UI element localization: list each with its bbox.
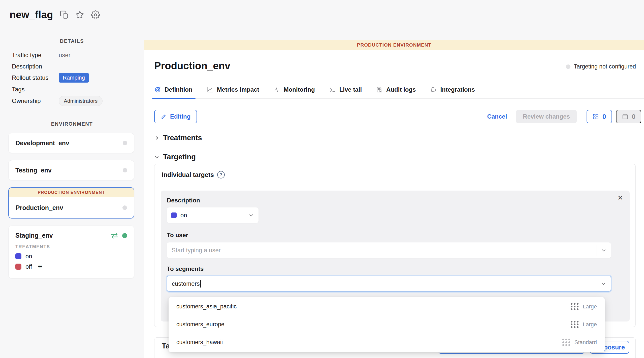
segment-size: Large [583,321,597,328]
review-changes-button[interactable]: Review changes [516,110,577,123]
chevron-down-icon [601,248,606,253]
tab-monitoring[interactable]: Monitoring [273,86,315,98]
detail-row-ownership: Ownership Administrators [12,96,135,106]
to-user-placeholder: Start typing a user [172,247,596,254]
env-name: Staging_env [15,232,53,239]
chevron-down-icon [249,213,254,218]
segment-size-grid-icon [571,303,578,310]
tab-metrics-impact[interactable]: Metrics impact [207,86,259,98]
env-card-testing[interactable]: Testing_env [8,160,134,180]
segment-option-hawaii[interactable]: customers_hawaii Standard [169,333,605,351]
tab-live-tail[interactable]: Live tail [329,86,362,98]
env-card-production[interactable]: PRODUCTION ENVIRONMENT Production_env [8,187,134,219]
metrics-chart-icon [207,86,213,93]
segment-name: customers_europe [176,321,224,328]
select-chevron-zone[interactable] [244,213,259,218]
segment-option-europe[interactable]: customers_europe Large [169,315,605,333]
tab-integrations[interactable]: Integrations [430,86,475,98]
description-label: Description [167,197,200,204]
environment-title: ENVIRONMENT [51,121,93,127]
treatment-row-on: on [15,253,127,260]
to-segments-label: To segments [167,265,204,272]
detail-value: - [59,86,61,93]
grid-icon [592,113,599,120]
targeting-section-toggle[interactable]: Targeting [154,153,196,161]
segment-option-asia-pacific[interactable]: customers_asia_pacific Large [169,298,605,315]
rollout-status-badge: Ramping [59,73,89,83]
details-rows: Traffic type user Description - Rollout … [12,50,135,108]
flag-name: new_flag [10,9,53,20]
calendar-counter-button[interactable]: 0 [616,110,641,123]
text-caret [200,280,201,288]
ownership-chip: Administrators [59,96,103,106]
grid-count: 0 [602,113,606,121]
detail-label: Ownership [12,97,59,104]
detail-label: Description [12,63,59,70]
treatment-row-off: off ✳ [15,263,127,270]
close-icon[interactable]: ✕ [617,194,623,202]
flag-header: new_flag [10,9,100,20]
env-status-dot [123,168,127,172]
input-chevron-zone[interactable] [596,248,611,253]
detail-value: user [59,52,71,59]
env-active-dot [122,233,127,238]
treatment-label: off [25,263,32,270]
divider-line [97,124,134,124]
env-status-dot [123,141,127,145]
tab-label: Monitoring [284,86,315,93]
audit-log-icon [376,86,383,93]
cancel-link[interactable]: Cancel [487,113,507,120]
env-name: Production_env [16,204,63,211]
tab-label: Audit logs [386,86,416,93]
to-user-input[interactable]: Start typing a user [167,242,611,258]
chevron-down-icon [601,281,606,286]
segment-size: Standard [574,339,597,346]
details-title: DETAILS [60,38,84,44]
tab-label: Metrics impact [217,86,259,93]
input-chevron-zone[interactable] [596,281,611,286]
puzzle-icon [430,86,437,93]
editing-button[interactable]: Editing [154,110,197,123]
to-segments-input[interactable]: customers [167,276,611,292]
treatment-select[interactable]: on [167,207,259,223]
treatment-select-value: on [180,212,244,219]
targeting-heading: Targeting [163,153,196,161]
production-environment-banner-main: PRODUCTION ENVIRONMENT [144,40,644,50]
treatment-color-on [15,253,21,259]
env-status-dot [122,205,127,210]
grid-counter-button[interactable]: 0 [587,110,612,123]
treatments-section-toggle[interactable]: Treatments [154,134,202,142]
tab-definition[interactable]: Definition [154,86,192,98]
env-card-staging[interactable]: Staging_env TREATMENTS on off ✳ [8,226,134,278]
copy-icon[interactable] [60,10,69,19]
star-icon[interactable] [75,10,84,19]
chevron-right-icon [154,135,159,140]
gear-icon[interactable] [91,10,100,19]
segment-suggestions-dropdown: customers_asia_pacific Large customers_e… [169,297,605,352]
page-title: Production_env [154,60,230,71]
default-treatment-icon: ✳ [38,263,42,270]
environment-section-header: ENVIRONMENT [10,121,134,127]
segment-name: customers_asia_pacific [176,303,237,310]
divider-line [88,41,134,41]
tab-audit-logs[interactable]: Audit logs [376,86,416,98]
to-user-label: To user [167,232,188,239]
targeting-status: Targeting not configured [566,63,636,70]
individual-targets-header: Individual targets ? [162,171,225,178]
calendar-count: 0 [632,113,635,121]
tab-label: Definition [165,86,192,93]
tab-label: Live tail [339,86,362,93]
treatment-label: on [25,253,32,260]
editing-label: Editing [170,113,190,120]
production-environment-banner: PRODUCTION ENVIRONMENT [9,188,134,197]
chevron-down-icon [154,155,159,160]
details-section-header: DETAILS [10,38,134,44]
status-text: Targeting not configured [574,63,636,70]
detail-value: - [59,63,61,70]
segment-size-grid-icon-light [562,339,570,346]
env-card-development[interactable]: Development_env [8,133,134,153]
help-icon[interactable]: ? [217,171,225,178]
env-name: Testing_env [15,167,52,174]
treatments-heading: Treatments [163,134,202,142]
treatment-color-swatch [171,212,177,218]
